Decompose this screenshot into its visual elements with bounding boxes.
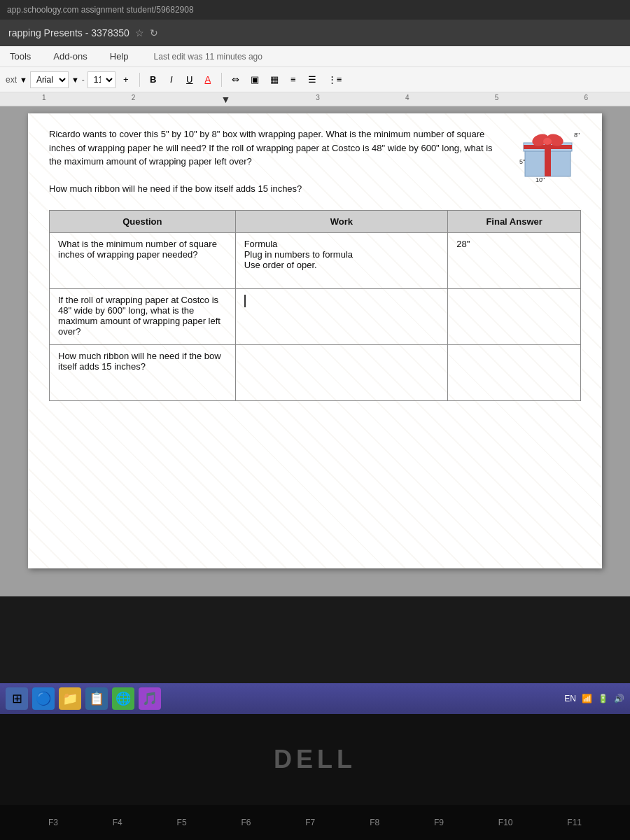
svg-text:5": 5" (519, 158, 525, 165)
row1-work-line2: Plug in numbers to formula (244, 249, 440, 260)
row3-work[interactable] (235, 344, 448, 400)
menu-help[interactable]: Help (106, 48, 133, 64)
fn-key-f11[interactable]: F11 (567, 818, 582, 827)
ruler-mark-1: 1 (42, 94, 46, 105)
row1-work[interactable]: Formula Plug in numbers to formula Use o… (235, 232, 448, 288)
toolbar-arrow-icon[interactable]: ▼ (20, 76, 27, 84)
last-edit-text: Last edit was 11 minutes ago (154, 52, 262, 62)
ribbon-question: How much ribbon will he need if the bow … (49, 182, 504, 196)
fn-key-f10[interactable]: F10 (498, 818, 513, 827)
toolbar-sep-1 (139, 73, 140, 87)
tab-title-text: rapping Presents - 3378350 (8, 27, 130, 38)
address-bar: app.schoology.com assignment student/596… (0, 0, 630, 20)
row3-answer[interactable] (448, 344, 581, 400)
row1-answer-text: 28" (456, 239, 470, 249)
toolbar-ext-label: ext (6, 75, 17, 85)
function-keys-bar: F3 F4 F5 F6 F7 F8 F9 F10 F11 (0, 805, 630, 840)
row2-answer[interactable] (448, 288, 581, 344)
col-answer-header: Final Answer (448, 210, 581, 232)
problem-text-content: Ricardo wants to cover this 5" by 10" by… (49, 127, 504, 196)
row1-work-line1: Formula (244, 239, 440, 249)
fn-key-f4[interactable]: F4 (113, 818, 122, 827)
menu-tools[interactable]: Tools (6, 48, 35, 64)
col-question-header: Question (50, 210, 236, 232)
gift-box-svg: 8" 5" 10" (518, 127, 581, 183)
taskbar-icon-2[interactable]: 📁 (59, 687, 81, 710)
font-size-plus[interactable]: + (118, 73, 134, 86)
gift-box-container: 8" 5" 10" (518, 127, 581, 183)
font-selector[interactable]: Arial (30, 71, 69, 88)
italic-button[interactable]: I (164, 73, 179, 86)
row2-question: If the roll of wrapping paper at Costco … (50, 288, 236, 344)
svg-point-6 (543, 138, 552, 145)
fn-key-f5[interactable]: F5 (177, 818, 187, 827)
problem-statement: Ricardo wants to cover this 5" by 10" by… (49, 127, 504, 169)
fn-key-f7[interactable]: F7 (305, 818, 315, 827)
col-work-header: Work (235, 210, 448, 232)
dell-area: DELL (0, 714, 630, 805)
fn-key-f6[interactable]: F6 (241, 818, 251, 827)
row2-question-text: If the roll of wrapping paper at Costco … (58, 295, 220, 337)
address-text: app.schoology.com assignment student/596… (7, 5, 194, 15)
ruler-marks: 1 2 ▼ 3 4 5 6 (42, 94, 588, 105)
cursor-indicator (244, 295, 246, 307)
doc-page: Ricardo wants to cover this 5" by 10" by… (28, 113, 602, 568)
row1-answer[interactable]: 28" (448, 232, 581, 288)
taskbar-icon-5[interactable]: 🎵 (139, 687, 161, 710)
ruler-arrow: ▼ (220, 94, 230, 105)
svg-rect-3 (524, 145, 572, 149)
dash-label: - (82, 75, 85, 85)
table-button[interactable]: ▦ (266, 73, 283, 86)
wifi-icon: 📶 (582, 694, 592, 704)
table-row: What is the minimum number of square inc… (50, 232, 581, 288)
row1-question-text: What is the minimum number of square inc… (58, 239, 217, 260)
ruler-mark-2: 2 (132, 94, 136, 105)
toolbar-font-arrow[interactable]: ▼ (71, 76, 79, 84)
fn-key-f8[interactable]: F8 (370, 818, 379, 827)
bullet-button[interactable]: ≡ (286, 73, 301, 86)
ruler-mark-4: 4 (405, 94, 410, 105)
toolbar-sep-2 (221, 73, 222, 87)
row1-question: What is the minimum number of square inc… (50, 232, 236, 288)
taskbar-start-icon[interactable]: ⊞ (6, 687, 28, 710)
doc-content: Ricardo wants to cover this 5" by 10" by… (49, 127, 581, 401)
ribbon-question-text: How much ribbon will he need if the bow … (49, 183, 302, 194)
row3-question: How much ribbon will he need if the bow … (50, 344, 236, 400)
underline-button[interactable]: U (182, 73, 197, 86)
fn-key-f9[interactable]: F9 (434, 818, 444, 827)
toolbar: ext ▼ Arial ▼ - 11 + B I U A ⇔ ▣ ▦ ≡ ☰ ⋮… (0, 67, 630, 92)
taskbar-icon-1[interactable]: 🔵 (32, 687, 55, 710)
bold-button[interactable]: B (146, 73, 161, 86)
battery-icon: 🔋 (598, 694, 608, 704)
refresh-icon[interactable]: ↻ (150, 27, 158, 38)
ruler-mark-3: 3 (316, 94, 320, 105)
color-button[interactable]: A (200, 73, 216, 86)
table-row: If the roll of wrapping paper at Costco … (50, 288, 581, 344)
more-button[interactable]: ⋮≡ (323, 73, 346, 86)
font-size-selector[interactable]: 11 (88, 71, 115, 88)
problem-section: Ricardo wants to cover this 5" by 10" by… (49, 127, 581, 196)
tab[interactable]: rapping Presents - 3378350 ☆ ↻ (8, 27, 158, 38)
taskbar-icon-3[interactable]: 📋 (85, 687, 108, 710)
fn-key-f3[interactable]: F3 (48, 818, 58, 827)
taskbar-icon-4[interactable]: 🌐 (112, 687, 134, 710)
taskbar: ⊞ 🔵 📁 📋 🌐 🎵 EN 📶 🔋 🔊 (0, 683, 630, 714)
ruler-mark-6: 6 (584, 94, 588, 105)
menu-addons[interactable]: Add-ons (49, 48, 91, 64)
row2-work[interactable] (235, 288, 448, 344)
dell-logo: DELL (274, 745, 356, 774)
doc-area: Ricardo wants to cover this 5" by 10" by… (0, 106, 630, 596)
indent-button[interactable]: ☰ (304, 73, 321, 86)
taskbar-right: EN 📶 🔋 🔊 (564, 694, 624, 704)
volume-icon: 🔊 (614, 694, 624, 704)
image-button[interactable]: ▣ (246, 73, 263, 86)
title-bar: rapping Presents - 3378350 ☆ ↻ (0, 20, 630, 46)
star-icon[interactable]: ☆ (135, 27, 144, 38)
menu-bar: Tools Add-ons Help Last edit was 11 minu… (0, 46, 630, 67)
work-table: Question Work Final Answer What is the m… (49, 210, 581, 401)
row3-question-text: How much ribbon will he need if the bow … (58, 351, 221, 372)
lang-indicator: EN (564, 694, 576, 704)
ruler-mark-5: 5 (495, 94, 499, 105)
ruler: 1 2 ▼ 3 4 5 6 (0, 92, 630, 106)
link-button[interactable]: ⇔ (227, 73, 244, 86)
